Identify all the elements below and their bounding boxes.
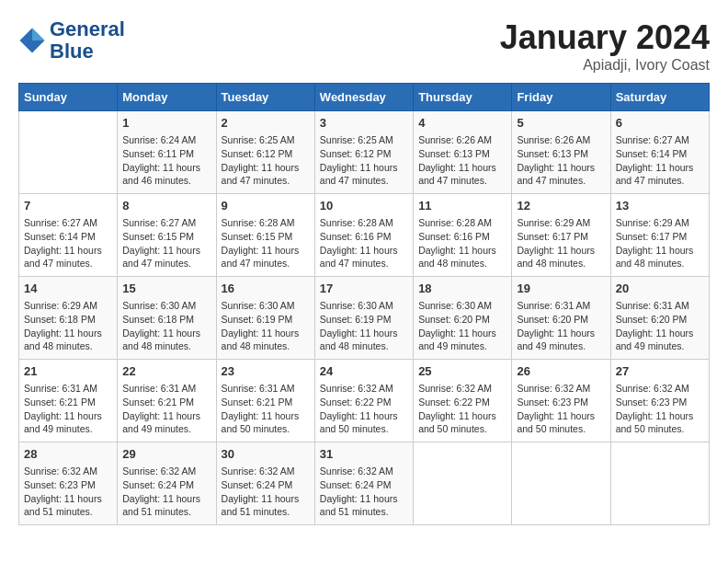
calendar-cell: 31Sunrise: 6:32 AM Sunset: 6:24 PM Dayli… <box>314 442 413 525</box>
day-number: 1 <box>122 115 210 132</box>
day-number: 15 <box>122 281 210 297</box>
day-info: Sunrise: 6:28 AM Sunset: 6:16 PM Dayligh… <box>418 216 506 270</box>
day-number: 2 <box>222 115 310 132</box>
day-info: Sunrise: 6:27 AM Sunset: 6:14 PM Dayligh… <box>616 133 704 188</box>
day-info: Sunrise: 6:31 AM Sunset: 6:21 PM Dayligh… <box>24 382 112 436</box>
calendar-cell: 5Sunrise: 6:26 AM Sunset: 6:13 PM Daylig… <box>512 111 610 194</box>
logo-line2: Blue <box>50 40 125 63</box>
day-info: Sunrise: 6:32 AM Sunset: 6:22 PM Dayligh… <box>320 382 408 436</box>
day-info: Sunrise: 6:26 AM Sunset: 6:13 PM Dayligh… <box>418 133 506 188</box>
day-number: 25 <box>418 363 506 380</box>
day-number: 19 <box>517 281 605 297</box>
day-number: 28 <box>24 446 112 463</box>
day-number: 12 <box>517 198 605 214</box>
day-info: Sunrise: 6:27 AM Sunset: 6:15 PM Dayligh… <box>122 216 210 270</box>
day-info: Sunrise: 6:31 AM Sunset: 6:21 PM Dayligh… <box>122 382 210 436</box>
calendar-cell <box>414 442 512 525</box>
day-info: Sunrise: 6:24 AM Sunset: 6:11 PM Dayligh… <box>122 133 210 188</box>
day-number: 16 <box>222 281 310 297</box>
day-info: Sunrise: 6:30 AM Sunset: 6:19 PM Dayligh… <box>320 299 408 353</box>
day-info: Sunrise: 6:29 AM Sunset: 6:18 PM Dayligh… <box>24 299 112 353</box>
calendar-cell: 18Sunrise: 6:30 AM Sunset: 6:20 PM Dayli… <box>414 277 512 360</box>
day-number: 31 <box>320 446 408 463</box>
day-info: Sunrise: 6:29 AM Sunset: 6:17 PM Dayligh… <box>517 216 605 270</box>
calendar-cell: 2Sunrise: 6:25 AM Sunset: 6:12 PM Daylig… <box>216 111 314 194</box>
day-number: 10 <box>320 198 408 214</box>
day-number: 3 <box>320 115 408 132</box>
header-day: Monday <box>118 84 216 111</box>
day-info: Sunrise: 6:32 AM Sunset: 6:23 PM Dayligh… <box>517 382 605 436</box>
calendar-week: 7Sunrise: 6:27 AM Sunset: 6:14 PM Daylig… <box>19 194 710 277</box>
day-info: Sunrise: 6:30 AM Sunset: 6:19 PM Dayligh… <box>222 299 310 353</box>
day-info: Sunrise: 6:32 AM Sunset: 6:24 PM Dayligh… <box>222 465 310 519</box>
calendar-cell: 11Sunrise: 6:28 AM Sunset: 6:16 PM Dayli… <box>414 194 512 277</box>
calendar-cell: 12Sunrise: 6:29 AM Sunset: 6:17 PM Dayli… <box>512 194 610 277</box>
day-number: 20 <box>616 281 704 297</box>
day-info: Sunrise: 6:31 AM Sunset: 6:20 PM Dayligh… <box>517 299 605 353</box>
calendar-cell: 19Sunrise: 6:31 AM Sunset: 6:20 PM Dayli… <box>512 277 610 360</box>
header-day: Sunday <box>19 84 118 111</box>
day-number: 26 <box>517 363 605 380</box>
calendar-cell: 27Sunrise: 6:32 AM Sunset: 6:23 PM Dayli… <box>610 360 709 442</box>
calendar-cell: 1Sunrise: 6:24 AM Sunset: 6:11 PM Daylig… <box>118 111 216 194</box>
day-number: 24 <box>320 363 408 380</box>
calendar-cell: 25Sunrise: 6:32 AM Sunset: 6:22 PM Dayli… <box>414 360 512 442</box>
day-number: 23 <box>222 363 310 380</box>
calendar-cell: 23Sunrise: 6:31 AM Sunset: 6:21 PM Dayli… <box>216 360 314 442</box>
calendar-cell <box>19 111 118 194</box>
day-info: Sunrise: 6:25 AM Sunset: 6:12 PM Dayligh… <box>222 133 310 188</box>
calendar-cell: 20Sunrise: 6:31 AM Sunset: 6:20 PM Dayli… <box>610 277 709 360</box>
calendar-cell: 21Sunrise: 6:31 AM Sunset: 6:21 PM Dayli… <box>19 360 118 442</box>
day-info: Sunrise: 6:26 AM Sunset: 6:13 PM Dayligh… <box>517 133 605 188</box>
location: Apiadji, Ivory Coast <box>500 57 710 74</box>
calendar-header: SundayMondayTuesdayWednesdayThursdayFrid… <box>19 84 710 111</box>
day-number: 17 <box>320 281 408 297</box>
calendar-cell: 10Sunrise: 6:28 AM Sunset: 6:16 PM Dayli… <box>314 194 413 277</box>
header-day: Thursday <box>414 84 512 111</box>
calendar-cell: 17Sunrise: 6:30 AM Sunset: 6:19 PM Dayli… <box>314 277 413 360</box>
calendar-cell: 14Sunrise: 6:29 AM Sunset: 6:18 PM Dayli… <box>19 277 118 360</box>
day-info: Sunrise: 6:32 AM Sunset: 6:24 PM Dayligh… <box>320 465 408 519</box>
calendar-cell: 8Sunrise: 6:27 AM Sunset: 6:15 PM Daylig… <box>118 194 216 277</box>
calendar-cell: 3Sunrise: 6:25 AM Sunset: 6:12 PM Daylig… <box>314 111 413 194</box>
calendar-cell: 30Sunrise: 6:32 AM Sunset: 6:24 PM Dayli… <box>216 442 314 525</box>
logo-icon <box>18 27 46 54</box>
calendar-week: 28Sunrise: 6:32 AM Sunset: 6:23 PM Dayli… <box>19 442 710 525</box>
day-number: 4 <box>418 115 506 132</box>
calendar-week: 14Sunrise: 6:29 AM Sunset: 6:18 PM Dayli… <box>19 277 710 360</box>
calendar-cell: 26Sunrise: 6:32 AM Sunset: 6:23 PM Dayli… <box>512 360 610 442</box>
header-row: SundayMondayTuesdayWednesdayThursdayFrid… <box>19 84 710 111</box>
header-day: Tuesday <box>216 84 314 111</box>
calendar-cell: 7Sunrise: 6:27 AM Sunset: 6:14 PM Daylig… <box>19 194 118 277</box>
calendar-cell: 28Sunrise: 6:32 AM Sunset: 6:23 PM Dayli… <box>19 442 118 525</box>
svg-marker-1 <box>32 29 45 41</box>
day-info: Sunrise: 6:29 AM Sunset: 6:17 PM Dayligh… <box>616 216 704 270</box>
day-info: Sunrise: 6:30 AM Sunset: 6:20 PM Dayligh… <box>418 299 506 353</box>
calendar-cell: 16Sunrise: 6:30 AM Sunset: 6:19 PM Dayli… <box>216 277 314 360</box>
day-info: Sunrise: 6:32 AM Sunset: 6:23 PM Dayligh… <box>616 382 704 436</box>
logo-line1: General <box>50 18 125 40</box>
day-number: 6 <box>616 115 704 132</box>
calendar-cell <box>610 442 709 525</box>
calendar-cell: 13Sunrise: 6:29 AM Sunset: 6:17 PM Dayli… <box>610 194 709 277</box>
day-info: Sunrise: 6:31 AM Sunset: 6:20 PM Dayligh… <box>616 299 704 353</box>
day-number: 7 <box>24 198 112 214</box>
page-header: General Blue January 2024 Apiadji, Ivory… <box>18 18 710 74</box>
day-number: 8 <box>122 198 210 214</box>
calendar-table: SundayMondayTuesdayWednesdayThursdayFrid… <box>18 83 710 525</box>
day-info: Sunrise: 6:32 AM Sunset: 6:23 PM Dayligh… <box>24 465 112 519</box>
day-info: Sunrise: 6:32 AM Sunset: 6:22 PM Dayligh… <box>418 382 506 436</box>
day-info: Sunrise: 6:30 AM Sunset: 6:18 PM Dayligh… <box>122 299 210 353</box>
calendar-cell: 24Sunrise: 6:32 AM Sunset: 6:22 PM Dayli… <box>314 360 413 442</box>
day-number: 21 <box>24 363 112 380</box>
day-info: Sunrise: 6:28 AM Sunset: 6:16 PM Dayligh… <box>320 216 408 270</box>
calendar-week: 1Sunrise: 6:24 AM Sunset: 6:11 PM Daylig… <box>19 111 710 194</box>
day-info: Sunrise: 6:28 AM Sunset: 6:15 PM Dayligh… <box>222 216 310 270</box>
calendar-cell: 22Sunrise: 6:31 AM Sunset: 6:21 PM Dayli… <box>118 360 216 442</box>
calendar-week: 21Sunrise: 6:31 AM Sunset: 6:21 PM Dayli… <box>19 360 710 442</box>
day-number: 29 <box>122 446 210 463</box>
calendar-cell: 15Sunrise: 6:30 AM Sunset: 6:18 PM Dayli… <box>118 277 216 360</box>
day-info: Sunrise: 6:32 AM Sunset: 6:24 PM Dayligh… <box>122 465 210 519</box>
day-number: 13 <box>616 198 704 214</box>
calendar-cell: 6Sunrise: 6:27 AM Sunset: 6:14 PM Daylig… <box>610 111 709 194</box>
